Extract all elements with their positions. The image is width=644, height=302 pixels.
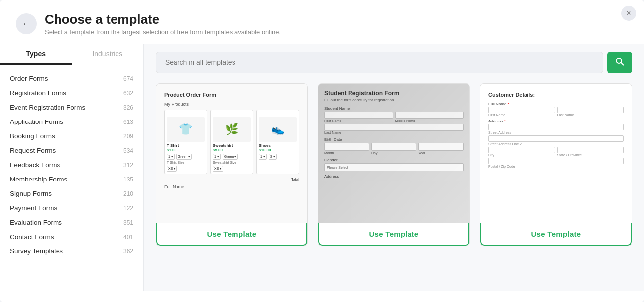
sidebar-item-registration-forms[interactable]: Registration Forms 632 — [4, 86, 139, 100]
sidebar-item-label: Signup Forms — [10, 190, 52, 197]
sidebar: Types Industries Order Forms 674 Registr… — [0, 44, 144, 291]
shoes-icon: 👟 — [259, 117, 297, 142]
sidebar-item-count: 351 — [123, 219, 133, 226]
tshirt-icon: 👕 — [167, 117, 205, 142]
sidebar-item-survey-templates[interactable]: Survey Templates 362 — [4, 244, 139, 258]
back-button[interactable]: ← — [16, 13, 37, 34]
modal-header: ← Choose a template Select a template fr… — [0, 0, 644, 44]
svg-line-1 — [621, 62, 624, 65]
main-content: Types Industries Order Forms 674 Registr… — [0, 44, 644, 291]
main-panel: Product Order Form My Products 👕 T-Shirt… — [144, 44, 644, 291]
sidebar-item-label: Contact Forms — [10, 233, 54, 241]
template-preview-course-registration: Student Registration Form Fill out the f… — [318, 84, 469, 223]
search-bar — [156, 52, 632, 73]
pof-section-label: My Products — [164, 102, 299, 107]
sidebar-item-count: 362 — [123, 248, 133, 255]
sidebar-item-application-forms[interactable]: Application Forms 613 — [4, 115, 139, 129]
modal-container: × ← Choose a template Select a template … — [0, 0, 644, 302]
sidebar-item-request-forms[interactable]: Request Forms 534 — [4, 143, 139, 158]
crf-title: Student Registration Form — [324, 90, 464, 97]
pof-product-shoes: 👟 Shoes $10.00 1 ▾ S ▾ — [256, 110, 299, 174]
sidebar-item-count: 613 — [123, 119, 133, 125]
sidebar-item-label: Registration Forms — [10, 89, 66, 97]
sidebar-item-label: Order Forms — [10, 75, 48, 82]
sidebar-item-feedback-forms[interactable]: Feedback Forms 312 — [4, 158, 139, 172]
crf-subtitle: Fill out the form carefully for registra… — [324, 98, 464, 102]
sidebar-item-order-forms[interactable]: Order Forms 674 — [4, 71, 139, 86]
search-icon — [615, 57, 625, 69]
sidebar-item-signup-forms[interactable]: Signup Forms 210 — [4, 186, 139, 201]
close-icon: × — [626, 9, 631, 18]
template-card-product-order-form: Product Order Form My Products 👕 T-Shirt… — [156, 83, 308, 246]
template-preview-new-customer-registration: Customer Details: Full Name * First Name… — [480, 84, 632, 223]
search-input[interactable] — [156, 52, 603, 73]
sidebar-item-label: Booking Forms — [10, 132, 55, 140]
ncrf-section-title: Customer Details: — [488, 92, 624, 98]
pof-title: Product Order Form — [164, 92, 299, 98]
sidebar-item-count: 534 — [123, 147, 133, 154]
pof-product-sweatshirt: 🌿 Sweatshirt $5.00 1 ▾ Green ▾ Sweatshir… — [210, 110, 253, 174]
sidebar-item-contact-forms[interactable]: Contact Forms 401 — [4, 230, 139, 244]
sidebar-item-label: Event Registration Forms — [10, 104, 85, 111]
sidebar-item-label: Survey Templates — [10, 247, 63, 255]
sidebar-item-label: Membership Forms — [10, 176, 67, 183]
sidebar-item-count: 632 — [123, 90, 133, 97]
modal-subtitle: Select a template from the largest selec… — [45, 28, 281, 36]
sidebar-item-evaluation-forms[interactable]: Evaluation Forms 351 — [4, 215, 139, 230]
use-template-button-product-order[interactable]: Use Template — [156, 223, 307, 246]
sidebar-item-count: 326 — [123, 104, 133, 111]
header-text: Choose a template Select a template from… — [45, 12, 281, 36]
sidebar-item-membership-forms[interactable]: Membership Forms 135 — [4, 172, 139, 186]
template-card-course-registration: Student Registration Form Fill out the f… — [318, 83, 470, 246]
sidebar-item-count: 401 — [123, 234, 133, 241]
use-template-button-new-customer-registration[interactable]: Use Template — [480, 223, 632, 246]
sidebar-item-label: Feedback Forms — [10, 161, 60, 169]
templates-grid: Product Order Form My Products 👕 T-Shirt… — [156, 83, 632, 246]
close-button[interactable]: × — [621, 6, 636, 21]
sidebar-item-event-registration-forms[interactable]: Event Registration Forms 326 — [4, 100, 139, 115]
back-icon: ← — [22, 19, 31, 29]
sidebar-item-count: 210 — [123, 190, 133, 197]
pof-product-tshirt: 👕 T-Shirt $1.00 1 ▾ Green ▾ T-Shirt Size… — [164, 110, 207, 174]
sidebar-item-label: Payment Forms — [10, 204, 57, 212]
search-button[interactable] — [607, 52, 632, 73]
sidebar-item-count: 122 — [123, 205, 133, 212]
tab-industries[interactable]: Industries — [72, 44, 144, 65]
sidebar-list: Order Forms 674 Registration Forms 632 E… — [0, 71, 143, 258]
sidebar-item-count: 209 — [123, 133, 133, 140]
sidebar-item-count: 674 — [123, 75, 133, 82]
sidebar-item-booking-forms[interactable]: Booking Forms 209 — [4, 129, 139, 143]
use-template-button-course-registration[interactable]: Use Template — [318, 223, 469, 246]
modal-title: Choose a template — [45, 12, 281, 27]
sidebar-item-label: Application Forms — [10, 118, 63, 125]
template-preview-product-order: Product Order Form My Products 👕 T-Shirt… — [156, 84, 307, 223]
sidebar-item-payment-forms[interactable]: Payment Forms 122 — [4, 201, 139, 215]
template-card-new-customer-registration: Customer Details: Full Name * First Name… — [480, 83, 632, 246]
sidebar-item-count: 312 — [123, 162, 133, 169]
sidebar-tabs: Types Industries — [0, 44, 143, 65]
sweatshirt-icon: 🌿 — [213, 117, 251, 142]
sidebar-item-count: 135 — [123, 176, 133, 183]
sidebar-item-label: Request Forms — [10, 147, 56, 154]
tab-types[interactable]: Types — [0, 44, 72, 65]
sidebar-item-label: Evaluation Forms — [10, 219, 62, 226]
